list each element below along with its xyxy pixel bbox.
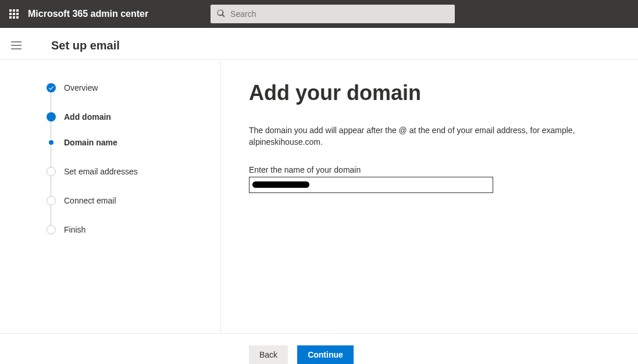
domain-input-wrapper	[249, 177, 493, 193]
step-set-email-addresses[interactable]: Set email addresses	[47, 167, 206, 196]
step-overview[interactable]: Overview	[47, 83, 206, 112]
substep-domain-name[interactable]: Domain name	[49, 138, 206, 167]
step-label: Set email addresses	[64, 167, 138, 176]
page-title: Set up email	[51, 39, 120, 52]
step-label: Overview	[64, 83, 98, 92]
step-connector	[51, 122, 51, 139]
search-icon	[216, 9, 226, 20]
main-layout: Overview Add domain Domain name Set emai…	[0, 60, 638, 333]
step-connect-email[interactable]: Connect email	[47, 196, 206, 225]
pending-step-icon	[47, 225, 56, 234]
app-title: Microsoft 365 admin center	[28, 9, 148, 19]
menu-icon[interactable]	[9, 38, 23, 52]
content-pane: Add your domain The domain you add will …	[221, 60, 638, 333]
step-label: Add domain	[64, 112, 111, 122]
substep-dot-icon	[49, 140, 54, 145]
step-add-domain[interactable]: Add domain	[47, 112, 206, 138]
subheader: Set up email	[0, 28, 638, 60]
domain-field-label: Enter the name of your domain	[249, 165, 610, 174]
svg-rect-3	[9, 13, 12, 15]
svg-rect-4	[13, 13, 15, 15]
content-description: The domain you add will appear after the…	[249, 125, 610, 148]
search-input[interactable]	[230, 9, 449, 19]
current-step-icon	[47, 112, 56, 122]
step-connector	[51, 92, 51, 113]
svg-rect-1	[13, 9, 15, 12]
step-connector	[51, 144, 51, 168]
wizard-footer: Back Continue	[0, 333, 638, 364]
svg-rect-6	[9, 16, 12, 19]
search-box[interactable]	[211, 5, 455, 23]
continue-button[interactable]: Continue	[297, 345, 354, 364]
top-bar: Microsoft 365 admin center	[0, 0, 638, 28]
svg-rect-8	[16, 16, 19, 19]
step-label: Finish	[64, 225, 85, 234]
app-launcher-icon[interactable]	[5, 5, 23, 23]
substep-label: Domain name	[64, 138, 117, 147]
wizard-steps: Overview Add domain Domain name Set emai…	[47, 83, 206, 234]
step-finish[interactable]: Finish	[47, 225, 206, 234]
back-button[interactable]: Back	[249, 345, 288, 364]
step-label: Connect email	[64, 196, 116, 205]
redacted-overlay	[252, 181, 309, 188]
checkmark-icon	[47, 83, 56, 92]
pending-step-icon	[47, 196, 56, 205]
svg-rect-0	[9, 9, 12, 12]
content-heading: Add your domain	[249, 81, 610, 105]
svg-rect-5	[16, 13, 19, 15]
svg-rect-7	[13, 16, 15, 19]
search-container	[211, 5, 455, 23]
step-connector	[51, 205, 51, 226]
step-connector	[51, 176, 51, 197]
pending-step-icon	[47, 167, 56, 176]
wizard-sidebar: Overview Add domain Domain name Set emai…	[0, 60, 221, 333]
svg-rect-2	[16, 9, 19, 12]
